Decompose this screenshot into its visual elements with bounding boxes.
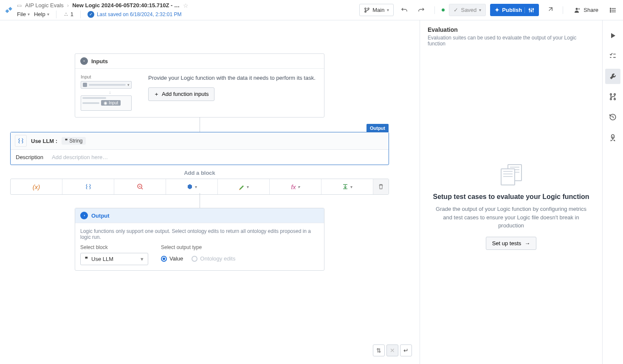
description-label: Description	[16, 154, 43, 160]
quote-icon: ❞	[65, 138, 68, 144]
app-logo[interactable]	[3, 4, 15, 16]
svg-point-12	[610, 11, 611, 12]
svg-point-2	[365, 8, 366, 9]
saved-button[interactable]: ✓ Saved ▾	[449, 4, 486, 16]
check-circle-icon: ✓	[87, 11, 94, 18]
sparkle-icon: ✦	[495, 7, 499, 13]
collapse-button[interactable]: ✕	[386, 344, 398, 356]
plus-icon: ＋	[154, 90, 159, 98]
canvas-bottom-controls: ⇅ ✕ ↵	[373, 344, 412, 356]
block-type-search[interactable]	[114, 179, 166, 194]
list-icon-button[interactable]	[607, 4, 620, 17]
block-type-function[interactable]: fx ▾	[270, 179, 321, 194]
radio-ontology-edits[interactable]: Ontology edits	[192, 255, 235, 262]
select-block-label: Select block	[80, 244, 148, 250]
svg-point-16	[610, 98, 612, 100]
block-type-variable[interactable]: (x)	[11, 179, 62, 194]
topbar: ▭ AIP Logic Evals › New Logic 2024-06-05…	[0, 0, 623, 20]
svg-rect-0	[5, 9, 9, 13]
add-block-toolbar: (x) ▾ ▾ fx ▾	[10, 179, 389, 195]
breadcrumb-folder[interactable]: AIP Logic Evals	[25, 2, 64, 8]
output-note: Logic functions only support one output.…	[80, 228, 319, 240]
svg-rect-1	[8, 7, 12, 11]
input-preview-diagram: Input ▾ ↓ ◉ Input	[80, 74, 140, 112]
arrow-right-icon: →	[524, 240, 530, 246]
sliders-icon	[524, 7, 534, 13]
users-icon: ⛬	[63, 11, 69, 17]
users-count[interactable]: ⛬ 1	[63, 11, 73, 17]
share-button[interactable]: Share	[570, 4, 603, 16]
branch-icon	[364, 7, 370, 13]
inputs-description: Provide your Logic function with the dat…	[148, 74, 319, 82]
svg-point-11	[610, 10, 611, 11]
svg-point-15	[614, 94, 615, 95]
last-saved-text: ✓ Last saved on 6/18/2024, 2:32:01 PM	[87, 11, 181, 18]
breadcrumb: ▭ AIP Logic Evals › New Logic 2024-06-05…	[17, 2, 189, 9]
svg-point-17	[614, 98, 615, 100]
people-icon	[574, 7, 581, 14]
publish-button[interactable]: ✦ Publish	[490, 4, 539, 16]
svg-point-6	[531, 10, 532, 11]
help-menu[interactable]: Help▾	[34, 11, 49, 17]
svg-point-7	[533, 8, 534, 10]
status-dot	[442, 8, 445, 11]
llm-icon	[15, 135, 27, 147]
eval-empty-desc: Grade the output of your Logic function …	[433, 205, 589, 230]
block-type-object[interactable]: ▾	[166, 179, 218, 194]
output-card: Output Logic functions only support one …	[75, 208, 324, 271]
svg-point-10	[610, 8, 611, 9]
download-icon	[80, 57, 88, 65]
open-external-button[interactable]	[543, 4, 556, 17]
rail-deploy-button[interactable]	[605, 130, 620, 145]
redo-button[interactable]	[415, 4, 428, 17]
block-type-transform[interactable]: ▾	[321, 179, 373, 194]
star-icon[interactable]: ☆	[183, 2, 189, 9]
add-function-inputs-button[interactable]: ＋ Add function inputs	[148, 87, 214, 101]
add-block-label: Add a block	[10, 167, 389, 179]
svg-point-8	[576, 8, 578, 10]
inputs-header: Inputs	[75, 54, 324, 69]
rail-run-button[interactable]	[605, 28, 620, 43]
use-llm-block[interactable]: Output Use LLM : ❞ String Description	[10, 132, 389, 165]
select-output-type-label: Select output type	[161, 244, 235, 250]
select-block-dropdown[interactable]: ❞ Use LLM ▾	[80, 253, 148, 265]
enter-button[interactable]: ↵	[400, 344, 412, 356]
inputs-card: Inputs Input ▾ ↓ ◉ Input Provide your Lo…	[75, 53, 324, 118]
check-icon: ✓	[454, 7, 458, 13]
evaluation-panel: Evaluation Evaluation suites can be used…	[420, 20, 603, 364]
svg-point-14	[610, 94, 612, 95]
block-type-llm[interactable]	[62, 179, 114, 194]
output-header: Output	[75, 208, 324, 223]
llm-block-title: Use LLM	[31, 138, 54, 144]
output-badge: Output	[366, 124, 389, 132]
quote-icon: ❞	[85, 256, 88, 262]
right-rail	[603, 20, 623, 364]
description-input[interactable]	[52, 154, 383, 160]
svg-point-5	[529, 8, 530, 10]
chevron-right-icon: ›	[67, 2, 69, 8]
block-type-action[interactable]: ▾	[218, 179, 270, 194]
radio-value[interactable]: Value	[161, 255, 183, 262]
rail-history-button[interactable]	[605, 109, 620, 125]
undo-button[interactable]	[398, 4, 411, 17]
eval-panel-title: Evaluation	[428, 26, 595, 33]
rail-checklist-button[interactable]	[605, 48, 620, 64]
folder-icon: ▭	[17, 3, 22, 8]
arrow-right-circle-icon	[80, 212, 88, 219]
eval-panel-subtitle: Evaluation suites can be used to evaluat…	[428, 35, 595, 47]
svg-point-4	[368, 8, 369, 9]
svg-point-9	[578, 8, 580, 10]
branch-dropdown[interactable]: Main ▾	[359, 4, 394, 16]
rail-tool-button[interactable]	[605, 69, 620, 84]
empty-state-icon	[501, 164, 522, 185]
logic-canvas[interactable]: Inputs Input ▾ ↓ ◉ Input Provide your Lo…	[0, 20, 420, 364]
setup-tests-button[interactable]: Set up tests →	[486, 237, 537, 250]
file-menu[interactable]: File▾	[17, 11, 30, 17]
eval-empty-title: Setup test cases to evaluate your Logic …	[433, 193, 589, 201]
rail-branches-button[interactable]	[605, 89, 620, 104]
breadcrumb-title[interactable]: New Logic 2024-06-05T20:40:15.710Z - …	[72, 2, 180, 8]
expand-vertical-button[interactable]: ⇅	[373, 344, 385, 356]
type-badge: ❞ String	[62, 137, 86, 145]
delete-block-button[interactable]	[373, 179, 389, 194]
